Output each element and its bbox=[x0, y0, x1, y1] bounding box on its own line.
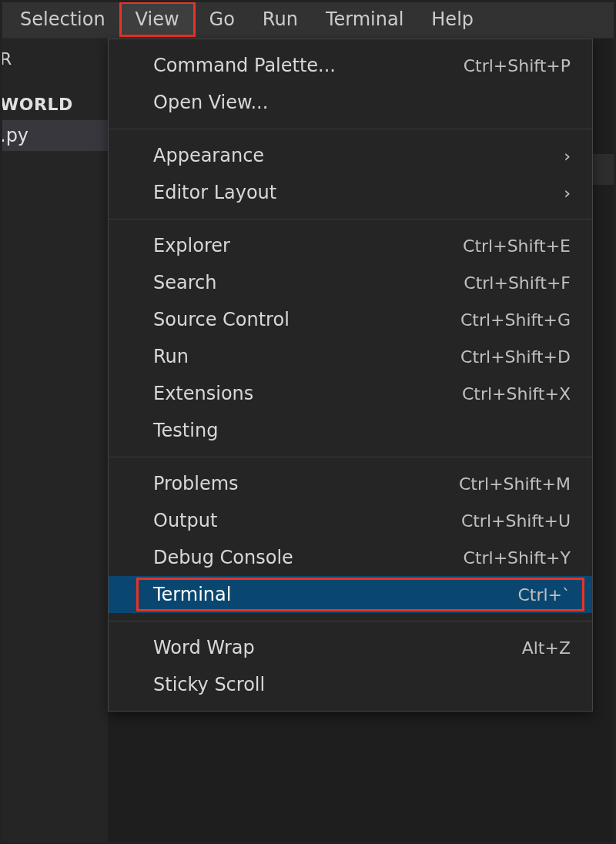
menu-item-command-palette[interactable]: Command Palette...Ctrl+Shift+P bbox=[109, 47, 592, 84]
chevron-right-icon: › bbox=[564, 183, 571, 203]
menu-terminal[interactable]: Terminal bbox=[312, 4, 417, 35]
menu-item-shortcut: Ctrl+Shift+P bbox=[464, 56, 571, 75]
menu-item-label: Testing bbox=[153, 420, 571, 441]
sidebar-text-r: R bbox=[0, 39, 108, 69]
menu-item-shortcut: Ctrl+` bbox=[517, 585, 571, 605]
menu-run[interactable]: Run bbox=[249, 4, 312, 35]
menu-item-shortcut: Ctrl+Shift+X bbox=[462, 384, 571, 404]
chevron-right-icon: › bbox=[564, 146, 571, 166]
menu-item-label: Sticky Scroll bbox=[153, 674, 571, 695]
menu-item-output[interactable]: OutputCtrl+Shift+U bbox=[109, 502, 592, 539]
menu-item-label: Command Palette... bbox=[153, 55, 448, 76]
menu-item-label: Output bbox=[153, 510, 446, 531]
menu-item-shortcut: Ctrl+Shift+F bbox=[464, 273, 571, 293]
menu-item-sticky-scroll[interactable]: Sticky Scroll bbox=[109, 666, 592, 703]
sidebar-file-item[interactable]: .py bbox=[0, 120, 108, 151]
sidebar: R WORLD .py bbox=[0, 39, 108, 844]
menu-item-shortcut: Ctrl+Shift+U bbox=[461, 511, 571, 531]
menu-item-shortcut: Ctrl+Shift+Y bbox=[464, 548, 571, 568]
menu-go[interactable]: Go bbox=[196, 4, 249, 35]
menu-item-explorer[interactable]: ExplorerCtrl+Shift+E bbox=[109, 227, 592, 264]
menu-item-appearance[interactable]: Appearance› bbox=[109, 137, 592, 174]
menu-item-label: Editor Layout bbox=[153, 182, 548, 203]
menu-item-label: Search bbox=[153, 272, 448, 293]
menu-help[interactable]: Help bbox=[417, 4, 487, 35]
editor-tab-hint bbox=[593, 154, 616, 185]
menu-item-open-view[interactable]: Open View... bbox=[109, 84, 592, 121]
menu-item-label: Extensions bbox=[153, 383, 447, 404]
menu-item-source-control[interactable]: Source ControlCtrl+Shift+G bbox=[109, 301, 592, 338]
menu-item-label: Debug Console bbox=[153, 547, 448, 568]
menu-item-label: Word Wrap bbox=[153, 637, 507, 658]
sidebar-section-title: WORLD bbox=[0, 69, 108, 120]
menu-item-label: Run bbox=[153, 346, 445, 367]
menu-item-shortcut: Ctrl+Shift+G bbox=[460, 310, 571, 330]
menu-item-word-wrap[interactable]: Word WrapAlt+Z bbox=[109, 629, 592, 666]
menu-item-testing[interactable]: Testing bbox=[109, 412, 592, 449]
menu-item-extensions[interactable]: ExtensionsCtrl+Shift+X bbox=[109, 375, 592, 412]
menu-item-shortcut: Ctrl+Shift+M bbox=[459, 474, 571, 494]
menubar: Selection View Go Run Terminal Help bbox=[0, 0, 616, 39]
menu-item-debug-console[interactable]: Debug ConsoleCtrl+Shift+Y bbox=[109, 539, 592, 576]
menu-item-editor-layout[interactable]: Editor Layout› bbox=[109, 174, 592, 211]
editor-right-sliver bbox=[593, 39, 616, 844]
menu-item-label: Explorer bbox=[153, 235, 447, 256]
menu-item-label: Open View... bbox=[153, 92, 571, 113]
view-dropdown: Command Palette...Ctrl+Shift+POpen View.… bbox=[108, 39, 593, 712]
menu-item-run[interactable]: RunCtrl+Shift+D bbox=[109, 338, 592, 375]
menu-item-shortcut: Ctrl+Shift+D bbox=[460, 347, 571, 367]
menu-selection[interactable]: Selection bbox=[6, 4, 119, 35]
menu-item-label: Problems bbox=[153, 473, 444, 494]
menu-item-label: Appearance bbox=[153, 145, 548, 166]
menu-item-problems[interactable]: ProblemsCtrl+Shift+M bbox=[109, 465, 592, 502]
menu-item-terminal[interactable]: TerminalCtrl+` bbox=[109, 576, 592, 613]
menu-view[interactable]: View bbox=[119, 2, 196, 37]
menu-item-label: Terminal bbox=[153, 584, 502, 605]
menu-item-shortcut: Ctrl+Shift+E bbox=[463, 236, 571, 256]
menu-item-label: Source Control bbox=[153, 309, 445, 330]
menu-item-search[interactable]: SearchCtrl+Shift+F bbox=[109, 264, 592, 301]
menu-item-shortcut: Alt+Z bbox=[522, 638, 571, 658]
